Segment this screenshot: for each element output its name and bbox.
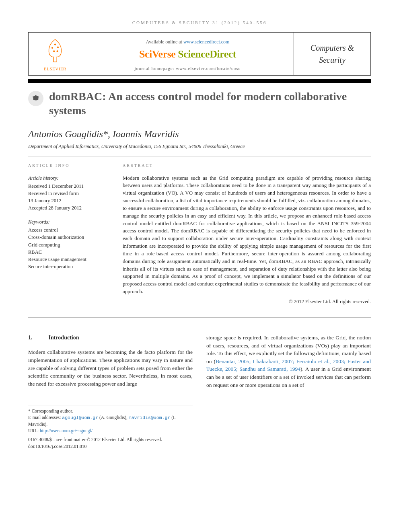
- available-online: Available online at www.sciencedirect.co…: [146, 39, 230, 45]
- svg-point-4: [57, 50, 58, 52]
- email-link[interactable]: mavridis@uom.gr: [129, 415, 171, 420]
- keyword: Secure inter-operation: [28, 263, 111, 270]
- keyword: Access control: [28, 226, 111, 234]
- email-link[interactable]: agougl@uom.gr: [62, 415, 98, 420]
- available-prefix: Available online at: [146, 39, 183, 45]
- emails-label: E-mail addresses:: [28, 415, 62, 420]
- running-head: COMPUTERS & SECURITY 31 (2012) 540–556: [28, 20, 371, 25]
- body-left-column: 1. Introduction Modern collaborative sys…: [28, 334, 193, 389]
- footer-copyright: 0167-4048/$ – see front matter © 2012 El…: [28, 436, 371, 443]
- abstract-label: ABSTRACT: [123, 163, 371, 169]
- sciverse-brand: SciVerse ScienceDirect: [139, 48, 236, 60]
- history-label: Article history:: [28, 175, 111, 182]
- svg-point-2: [54, 44, 56, 45]
- emails-line: E-mail addresses: agougl@uom.gr (A. Goug…: [28, 414, 193, 427]
- section-title: Introduction: [49, 334, 79, 342]
- body-right-column: storage space is required. In collaborat…: [206, 334, 371, 389]
- svg-point-3: [53, 50, 55, 52]
- author-url-link[interactable]: http://users.uom.gr/~agougl/: [40, 428, 93, 433]
- article-info-label: ARTICLE INFO: [28, 163, 111, 169]
- history-revised-label: Received in revised form: [28, 190, 111, 197]
- journal-header: ELSEVIER Available online at www.science…: [28, 32, 371, 76]
- footer: 0167-4048/$ – see front matter © 2012 El…: [28, 436, 371, 449]
- brand-right: ScienceDirect: [178, 48, 236, 60]
- elsevier-tree-icon: [41, 37, 69, 65]
- svg-point-1: [57, 47, 59, 48]
- publisher-block: ELSEVIER: [29, 33, 82, 75]
- info-divider: [28, 215, 111, 215]
- affiliation: Department of Applied Informatics, Unive…: [28, 144, 371, 150]
- authors: Antonios Gouglidis*, Ioannis Mavridis: [28, 129, 371, 140]
- section-number: 1.: [28, 334, 33, 342]
- body-paragraph: Modern collaborative systems are becomin…: [28, 348, 193, 388]
- journal-name: Computers & Security: [298, 42, 366, 66]
- url-label: URL:: [28, 428, 40, 433]
- divider: [28, 156, 371, 156]
- section-heading: 1. Introduction: [28, 334, 193, 342]
- abstract-copyright: © 2012 Elsevier Ltd. All rights reserved…: [123, 298, 371, 305]
- svg-point-0: [51, 47, 53, 49]
- footnotes: * Corresponding author. E-mail addresses…: [28, 405, 193, 434]
- keyword: Cross-domain authorization: [28, 234, 111, 241]
- footer-doi: doi:10.1016/j.cose.2012.01.010: [28, 443, 371, 450]
- divider: [28, 317, 371, 318]
- abstract-column: ABSTRACT Modern collaborative systems su…: [123, 163, 371, 305]
- article-info-column: ARTICLE INFO Article history: Received 1…: [28, 163, 111, 305]
- keyword: RBAC: [28, 249, 111, 256]
- corresponding-author: * Corresponding author.: [28, 408, 193, 414]
- brand-left: SciVerse: [139, 48, 178, 60]
- article-title: domRBAC: An access control model for mod…: [49, 89, 371, 117]
- keyword: Resource usage management: [28, 256, 111, 263]
- keywords-label: Keywords:: [28, 218, 111, 226]
- keyword: Grid computing: [28, 241, 111, 249]
- graduation-cap-icon: [28, 91, 43, 106]
- history-received: Received 1 December 2011: [28, 183, 111, 190]
- history-revised-date: 13 January 2012: [28, 197, 111, 204]
- email-name: (A. Gouglidis),: [98, 415, 129, 420]
- url-line: URL: http://users.uom.gr/~agougl/: [28, 427, 193, 434]
- separator-bar: [28, 79, 371, 83]
- history-accepted: Accepted 28 January 2012: [28, 204, 111, 212]
- journal-homepage: journal homepage: www.elsevier.com/locat…: [135, 66, 241, 71]
- abstract-text: Modern collaborative systems such as the…: [123, 175, 371, 296]
- publisher-label: ELSEVIER: [44, 66, 66, 71]
- sciencedirect-link[interactable]: www.sciencedirect.com: [183, 39, 230, 45]
